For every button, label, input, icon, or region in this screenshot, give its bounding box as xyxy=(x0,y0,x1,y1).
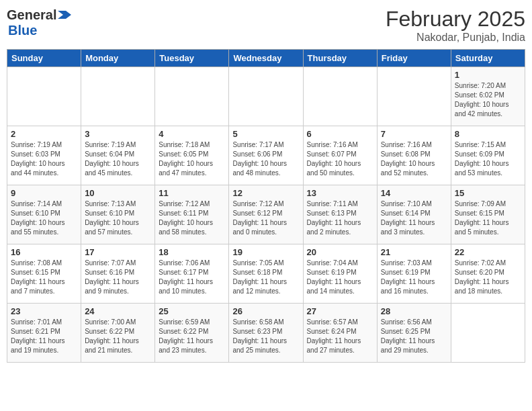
day-number: 13 xyxy=(307,188,373,198)
logo: General Blue xyxy=(7,7,73,38)
day-number: 10 xyxy=(85,188,151,198)
calendar-week-4: 16Sunrise: 7:08 AM Sunset: 6:15 PM Dayli… xyxy=(7,244,525,304)
day-info: Sunrise: 7:04 AM Sunset: 6:19 PM Dayligh… xyxy=(307,259,373,296)
logo-text: General Blue xyxy=(7,7,73,38)
day-info: Sunrise: 7:07 AM Sunset: 6:16 PM Dayligh… xyxy=(85,259,151,296)
day-info: Sunrise: 7:00 AM Sunset: 6:22 PM Dayligh… xyxy=(85,318,151,355)
title-area: February 2025 Nakodar, Punjab, India xyxy=(386,7,525,44)
day-info: Sunrise: 7:05 AM Sunset: 6:18 PM Dayligh… xyxy=(232,259,299,296)
calendar-cell: 3Sunrise: 7:19 AM Sunset: 6:04 PM Daylig… xyxy=(81,126,155,185)
calendar-cell: 14Sunrise: 7:10 AM Sunset: 6:14 PM Dayli… xyxy=(377,185,451,244)
calendar-header: Sunday Monday Tuesday Wednesday Thursday… xyxy=(7,50,525,67)
header-monday: Monday xyxy=(81,50,155,67)
calendar-cell: 27Sunrise: 6:57 AM Sunset: 6:24 PM Dayli… xyxy=(303,304,377,363)
day-info: Sunrise: 6:58 AM Sunset: 6:23 PM Dayligh… xyxy=(232,318,299,355)
calendar-cell: 16Sunrise: 7:08 AM Sunset: 6:15 PM Dayli… xyxy=(7,244,81,304)
day-info: Sunrise: 7:19 AM Sunset: 6:04 PM Dayligh… xyxy=(85,140,151,178)
calendar-cell: 17Sunrise: 7:07 AM Sunset: 6:16 PM Dayli… xyxy=(81,244,155,304)
day-info: Sunrise: 6:56 AM Sunset: 6:25 PM Dayligh… xyxy=(381,318,447,355)
calendar-cell: 19Sunrise: 7:05 AM Sunset: 6:18 PM Dayli… xyxy=(229,244,303,304)
sub-title: Nakodar, Punjab, India xyxy=(386,32,525,44)
svg-marker-0 xyxy=(58,11,71,19)
day-info: Sunrise: 7:09 AM Sunset: 6:15 PM Dayligh… xyxy=(455,199,521,237)
day-info: Sunrise: 6:57 AM Sunset: 6:24 PM Dayligh… xyxy=(307,318,373,355)
calendar-cell xyxy=(229,67,303,126)
day-info: Sunrise: 6:59 AM Sunset: 6:22 PM Dayligh… xyxy=(159,318,225,355)
page-container: General Blue February 2025 Nakodar, Punj… xyxy=(0,0,532,411)
day-info: Sunrise: 7:16 AM Sunset: 6:08 PM Dayligh… xyxy=(381,140,447,178)
day-number: 4 xyxy=(159,129,225,139)
day-number: 18 xyxy=(159,247,225,257)
header-tuesday: Tuesday xyxy=(155,50,229,67)
logo-general: General xyxy=(7,7,56,23)
calendar-cell xyxy=(303,67,377,126)
day-info: Sunrise: 7:01 AM Sunset: 6:21 PM Dayligh… xyxy=(11,318,77,355)
calendar-cell xyxy=(81,67,155,126)
calendar-cell: 23Sunrise: 7:01 AM Sunset: 6:21 PM Dayli… xyxy=(7,304,81,363)
day-info: Sunrise: 7:02 AM Sunset: 6:20 PM Dayligh… xyxy=(455,259,521,296)
day-number: 1 xyxy=(455,70,521,80)
day-number: 27 xyxy=(307,306,373,316)
calendar-cell: 28Sunrise: 6:56 AM Sunset: 6:25 PM Dayli… xyxy=(377,304,451,363)
calendar-cell xyxy=(377,67,451,126)
day-info: Sunrise: 7:16 AM Sunset: 6:07 PM Dayligh… xyxy=(307,140,373,178)
calendar-cell: 10Sunrise: 7:13 AM Sunset: 6:10 PM Dayli… xyxy=(81,185,155,244)
day-number: 19 xyxy=(232,247,299,257)
calendar-cell xyxy=(155,67,229,126)
calendar-cell xyxy=(7,67,81,126)
day-info: Sunrise: 7:14 AM Sunset: 6:10 PM Dayligh… xyxy=(11,199,77,237)
header-thursday: Thursday xyxy=(303,50,377,67)
day-number: 24 xyxy=(85,306,151,316)
calendar-cell: 5Sunrise: 7:17 AM Sunset: 6:06 PM Daylig… xyxy=(229,126,303,185)
calendar-week-1: 1Sunrise: 7:20 AM Sunset: 6:02 PM Daylig… xyxy=(7,67,525,126)
calendar-cell: 18Sunrise: 7:06 AM Sunset: 6:17 PM Dayli… xyxy=(155,244,229,304)
day-number: 5 xyxy=(232,129,299,139)
day-number: 21 xyxy=(381,247,447,257)
main-title: February 2025 xyxy=(386,7,525,32)
calendar-cell: 21Sunrise: 7:03 AM Sunset: 6:19 PM Dayli… xyxy=(377,244,451,304)
calendar-cell: 24Sunrise: 7:00 AM Sunset: 6:22 PM Dayli… xyxy=(81,304,155,363)
calendar-cell: 2Sunrise: 7:19 AM Sunset: 6:03 PM Daylig… xyxy=(7,126,81,185)
calendar-cell: 20Sunrise: 7:04 AM Sunset: 6:19 PM Dayli… xyxy=(303,244,377,304)
calendar-week-2: 2Sunrise: 7:19 AM Sunset: 6:03 PM Daylig… xyxy=(7,126,525,185)
day-number: 15 xyxy=(455,188,521,198)
header-sunday: Sunday xyxy=(7,50,81,67)
calendar-week-3: 9Sunrise: 7:14 AM Sunset: 6:10 PM Daylig… xyxy=(7,185,525,244)
day-number: 16 xyxy=(11,247,77,257)
calendar-cell: 11Sunrise: 7:12 AM Sunset: 6:11 PM Dayli… xyxy=(155,185,229,244)
calendar-cell: 9Sunrise: 7:14 AM Sunset: 6:10 PM Daylig… xyxy=(7,185,81,244)
day-info: Sunrise: 7:15 AM Sunset: 6:09 PM Dayligh… xyxy=(455,140,521,178)
day-number: 12 xyxy=(232,188,299,198)
day-number: 9 xyxy=(11,188,77,198)
calendar-table: Sunday Monday Tuesday Wednesday Thursday… xyxy=(7,49,525,363)
day-info: Sunrise: 7:11 AM Sunset: 6:13 PM Dayligh… xyxy=(307,199,373,237)
calendar-body: 1Sunrise: 7:20 AM Sunset: 6:02 PM Daylig… xyxy=(7,67,525,363)
day-info: Sunrise: 7:03 AM Sunset: 6:19 PM Dayligh… xyxy=(381,259,447,296)
header-wednesday: Wednesday xyxy=(229,50,303,67)
day-info: Sunrise: 7:12 AM Sunset: 6:12 PM Dayligh… xyxy=(232,199,299,237)
day-number: 2 xyxy=(11,129,77,139)
day-info: Sunrise: 7:10 AM Sunset: 6:14 PM Dayligh… xyxy=(381,199,447,237)
day-info: Sunrise: 7:08 AM Sunset: 6:15 PM Dayligh… xyxy=(11,259,77,296)
calendar-cell: 6Sunrise: 7:16 AM Sunset: 6:07 PM Daylig… xyxy=(303,126,377,185)
calendar-cell: 7Sunrise: 7:16 AM Sunset: 6:08 PM Daylig… xyxy=(377,126,451,185)
day-number: 28 xyxy=(381,306,447,316)
day-number: 14 xyxy=(381,188,447,198)
logo-arrow-icon xyxy=(56,7,73,23)
calendar-cell xyxy=(451,304,525,363)
calendar-cell: 22Sunrise: 7:02 AM Sunset: 6:20 PM Dayli… xyxy=(451,244,525,304)
page-header: General Blue February 2025 Nakodar, Punj… xyxy=(7,7,525,44)
day-number: 3 xyxy=(85,129,151,139)
day-info: Sunrise: 7:12 AM Sunset: 6:11 PM Dayligh… xyxy=(159,199,225,237)
day-number: 11 xyxy=(159,188,225,198)
header-friday: Friday xyxy=(377,50,451,67)
logo-blue: Blue xyxy=(8,23,37,38)
calendar-cell: 12Sunrise: 7:12 AM Sunset: 6:12 PM Dayli… xyxy=(229,185,303,244)
calendar-cell: 1Sunrise: 7:20 AM Sunset: 6:02 PM Daylig… xyxy=(451,67,525,126)
day-number: 25 xyxy=(159,306,225,316)
calendar-cell: 26Sunrise: 6:58 AM Sunset: 6:23 PM Dayli… xyxy=(229,304,303,363)
header-row: Sunday Monday Tuesday Wednesday Thursday… xyxy=(7,50,525,67)
calendar-cell: 4Sunrise: 7:18 AM Sunset: 6:05 PM Daylig… xyxy=(155,126,229,185)
day-info: Sunrise: 7:19 AM Sunset: 6:03 PM Dayligh… xyxy=(11,140,77,178)
day-info: Sunrise: 7:17 AM Sunset: 6:06 PM Dayligh… xyxy=(232,140,299,178)
